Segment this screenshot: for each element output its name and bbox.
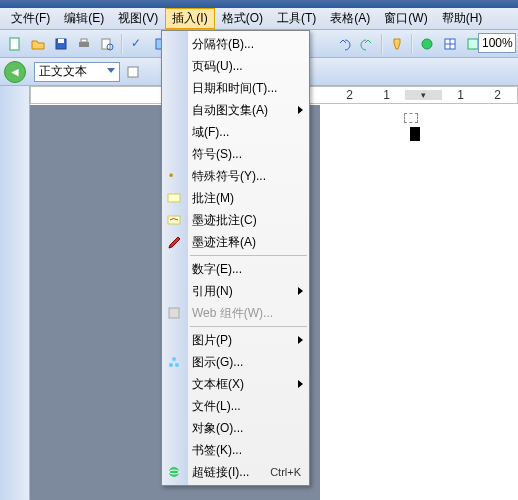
tables-button[interactable] — [439, 33, 461, 55]
menu-hyperlink[interactable]: 超链接(I)...Ctrl+K — [162, 461, 309, 483]
submenu-arrow-icon — [298, 287, 303, 295]
ink-annot-icon — [166, 234, 182, 250]
ink-icon — [166, 212, 182, 228]
web-icon — [166, 305, 182, 321]
menu-page-number[interactable]: 页码(U)... — [162, 55, 309, 77]
undo-button[interactable] — [333, 33, 355, 55]
vertical-ruler-strip — [0, 86, 30, 500]
hyperlink-icon — [166, 464, 182, 480]
menu-object[interactable]: 对象(O)... — [162, 417, 309, 439]
svg-point-15 — [422, 39, 432, 49]
svg-point-28 — [169, 363, 173, 367]
save-button[interactable] — [50, 33, 72, 55]
insert-menu-dropdown: 分隔符(B)... 页码(U)... 日期和时间(T)... 自动图文集(A) … — [161, 30, 310, 486]
menu-date-time[interactable]: 日期和时间(T)... — [162, 77, 309, 99]
zoom-combo[interactable]: 100% — [478, 33, 516, 53]
separator — [121, 34, 123, 54]
spellcheck-button[interactable]: ✓ — [126, 33, 148, 55]
svg-rect-0 — [10, 38, 19, 50]
menu-reference[interactable]: 引用(N) — [162, 280, 309, 302]
menu-file[interactable]: 文件(L)... — [162, 395, 309, 417]
page-break-indicator — [404, 113, 418, 123]
menu-bookmark[interactable]: 书签(K)... — [162, 439, 309, 461]
menu-window[interactable]: 窗口(W) — [377, 8, 434, 29]
menu-ink-annotation[interactable]: 墨迹注释(A) — [162, 231, 309, 253]
menu-separator — [190, 255, 307, 256]
menu-ink-comment[interactable]: 墨迹批注(C) — [162, 209, 309, 231]
menu-picture[interactable]: 图片(P) — [162, 329, 309, 351]
menu-diagram[interactable]: 图示(G)... — [162, 351, 309, 373]
menubar: 文件(F) 编辑(E) 视图(V) 插入(I) 格式(O) 工具(T) 表格(A… — [0, 8, 518, 30]
page[interactable] — [320, 105, 518, 500]
shortcut-label: Ctrl+K — [270, 466, 301, 478]
print-preview-button[interactable] — [96, 33, 118, 55]
svg-rect-19 — [468, 39, 478, 49]
new-doc-button[interactable] — [4, 33, 26, 55]
separator — [381, 34, 383, 54]
svg-rect-3 — [79, 42, 89, 47]
menu-format[interactable]: 格式(O) — [215, 8, 270, 29]
menu-special-symbol[interactable]: •特殊符号(Y)... — [162, 165, 309, 187]
comment-icon — [166, 190, 182, 206]
titlebar — [0, 0, 518, 8]
svg-text:✓: ✓ — [131, 37, 141, 50]
menu-file[interactable]: 文件(F) — [4, 8, 57, 29]
svg-rect-25 — [168, 216, 180, 224]
menu-web-component: Web 组件(W)... — [162, 302, 309, 324]
separator — [411, 34, 413, 54]
menu-insert[interactable]: 插入(I) — [165, 8, 214, 29]
menu-edit[interactable]: 编辑(E) — [57, 8, 111, 29]
submenu-arrow-icon — [298, 336, 303, 344]
menu-textbox[interactable]: 文本框(X) — [162, 373, 309, 395]
special-char-icon: • — [166, 168, 182, 184]
format-painter-button[interactable] — [386, 33, 408, 55]
menu-table[interactable]: 表格(A) — [323, 8, 377, 29]
menu-view[interactable]: 视图(V) — [111, 8, 165, 29]
menu-separator — [190, 326, 307, 327]
svg-rect-2 — [58, 39, 64, 43]
style-picker-button[interactable] — [122, 61, 144, 83]
print-button[interactable] — [73, 33, 95, 55]
svg-rect-22 — [128, 67, 138, 77]
svg-point-27 — [172, 357, 176, 361]
menu-tools[interactable]: 工具(T) — [270, 8, 323, 29]
chevron-down-icon — [107, 68, 115, 76]
menu-autotext[interactable]: 自动图文集(A) — [162, 99, 309, 121]
menu-comment[interactable]: 批注(M) — [162, 187, 309, 209]
menu-number[interactable]: 数字(E)... — [162, 258, 309, 280]
redo-button[interactable] — [356, 33, 378, 55]
svg-point-30 — [169, 467, 179, 477]
hyperlink-button[interactable] — [416, 33, 438, 55]
style-combo[interactable]: 正文文本 — [34, 62, 120, 82]
menu-symbol[interactable]: 符号(S)... — [162, 143, 309, 165]
svg-text:•: • — [169, 169, 173, 183]
svg-rect-24 — [168, 194, 180, 202]
svg-point-29 — [175, 363, 179, 367]
menu-field[interactable]: 域(F)... — [162, 121, 309, 143]
submenu-arrow-icon — [298, 380, 303, 388]
menu-separator-item[interactable]: 分隔符(B)... — [162, 33, 309, 55]
back-button[interactable]: ◄ — [4, 61, 26, 83]
menu-help[interactable]: 帮助(H) — [435, 8, 490, 29]
submenu-arrow-icon — [298, 106, 303, 114]
open-button[interactable] — [27, 33, 49, 55]
svg-rect-4 — [81, 39, 87, 42]
svg-rect-26 — [169, 308, 179, 318]
text-cursor — [410, 127, 420, 141]
diagram-icon — [166, 354, 182, 370]
